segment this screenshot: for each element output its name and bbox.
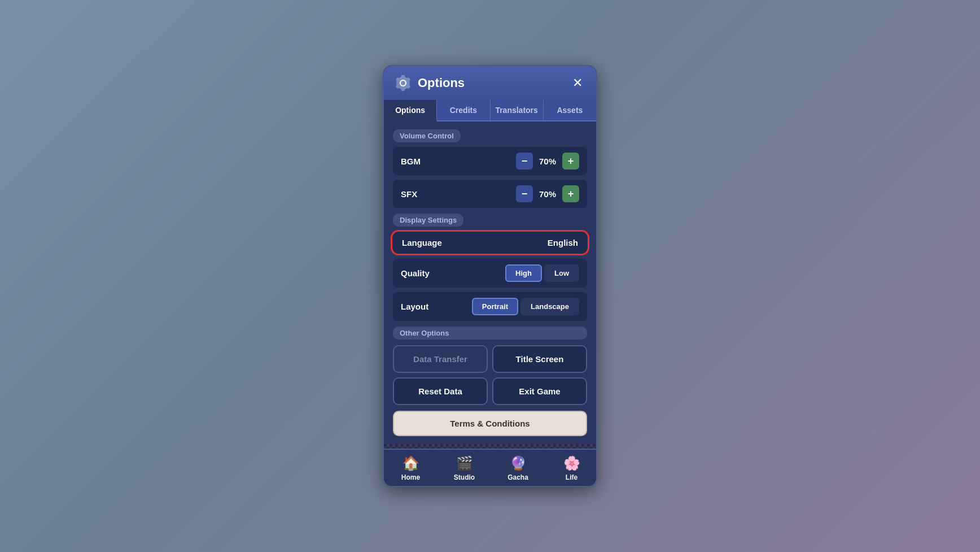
display-section-label: Display Settings xyxy=(393,214,463,227)
bgm-controls: − 70% + xyxy=(516,153,579,169)
studio-icon: 🎬 xyxy=(456,455,473,471)
modal-title: Options xyxy=(418,76,465,90)
tab-assets[interactable]: Assets xyxy=(544,100,596,120)
layout-toggle-group: Portrait Landscape xyxy=(472,298,579,315)
layout-landscape-button[interactable]: Landscape xyxy=(520,298,579,315)
display-section: Display Settings Language English xyxy=(393,214,587,321)
nav-item-studio[interactable]: 🎬 Studio xyxy=(438,450,491,486)
nav-label-life: Life xyxy=(566,473,578,481)
nav-label-gacha: Gacha xyxy=(508,473,528,481)
bgm-value: 70% xyxy=(537,157,558,166)
tab-credits[interactable]: Credits xyxy=(437,100,490,120)
quality-low-button[interactable]: Low xyxy=(544,264,579,282)
tab-options[interactable]: Options xyxy=(384,100,437,121)
gear-icon xyxy=(394,74,412,92)
options-grid: Data Transfer Title Screen Reset Data Ex… xyxy=(393,345,587,405)
nav-item-gacha[interactable]: 🔮 Gacha xyxy=(491,450,545,486)
nav-item-home[interactable]: 🏠 Home xyxy=(384,450,438,486)
nav-label-home: Home xyxy=(401,473,420,481)
title-screen-button[interactable]: Title Screen xyxy=(492,345,587,373)
sfx-value: 70% xyxy=(537,189,558,199)
layout-portrait-button[interactable]: Portrait xyxy=(472,298,518,315)
modal-wrapper: Options ✕ Options Credits Translators As… xyxy=(383,65,597,487)
sfx-row: SFX − 70% + xyxy=(393,180,587,208)
sfx-decrease-button[interactable]: − xyxy=(516,185,533,202)
terms-conditions-button[interactable]: Terms & Conditions xyxy=(393,411,587,436)
data-transfer-button[interactable]: Data Transfer xyxy=(393,345,488,373)
life-icon: 🌸 xyxy=(563,455,580,471)
bgm-decrease-button[interactable]: − xyxy=(516,153,533,169)
tab-translators[interactable]: Translators xyxy=(491,100,544,120)
sfx-controls: − 70% + xyxy=(516,185,579,202)
modal-body: Volume Control BGM − 70% + SFX xyxy=(384,121,596,444)
options-modal: Options ✕ Options Credits Translators As… xyxy=(383,65,597,487)
other-options-section: Other Options Data Transfer Title Screen… xyxy=(393,327,587,405)
volume-section-label: Volume Control xyxy=(393,129,461,142)
layout-label: Layout xyxy=(401,302,428,311)
modal-footer-checkered xyxy=(384,444,596,449)
bgm-label: BGM xyxy=(401,157,421,166)
modal-header: Options ✕ xyxy=(384,66,596,100)
nav-label-studio: Studio xyxy=(454,473,475,481)
bgm-increase-button[interactable]: + xyxy=(562,153,579,169)
sfx-label: SFX xyxy=(401,189,417,199)
tabs-bar: Options Credits Translators Assets xyxy=(384,100,596,121)
exit-game-button[interactable]: Exit Game xyxy=(492,377,587,405)
language-label: Language xyxy=(402,238,442,247)
quality-row: Quality High Low xyxy=(393,259,587,288)
layout-row: Layout Portrait Landscape xyxy=(393,292,587,321)
sfx-increase-button[interactable]: + xyxy=(562,185,579,202)
language-value: English xyxy=(548,238,578,247)
quality-label: Quality xyxy=(401,268,430,278)
language-row-wrapper: Language English xyxy=(393,231,587,254)
reset-data-button[interactable]: Reset Data xyxy=(393,377,488,405)
gacha-icon: 🔮 xyxy=(510,455,527,471)
bgm-row: BGM − 70% + xyxy=(393,147,587,175)
volume-section: Volume Control BGM − 70% + SFX xyxy=(393,129,587,208)
quality-high-button[interactable]: High xyxy=(505,264,542,282)
close-button[interactable]: ✕ xyxy=(569,76,586,90)
language-row[interactable]: Language English xyxy=(393,231,587,254)
nav-item-life[interactable]: 🌸 Life xyxy=(545,450,597,486)
quality-toggle-group: High Low xyxy=(505,264,579,282)
other-options-label: Other Options xyxy=(393,327,587,340)
bottom-nav: 🏠 Home 🎬 Studio 🔮 Gacha 🌸 Life xyxy=(384,449,597,486)
home-icon: 🏠 xyxy=(403,455,419,471)
modal-title-group: Options xyxy=(394,74,465,92)
